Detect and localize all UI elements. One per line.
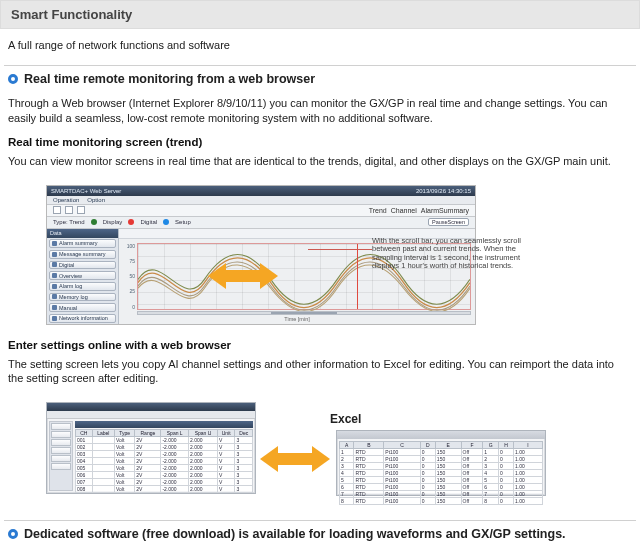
sidebar-item[interactable] xyxy=(51,439,71,446)
toolbar-tab[interactable]: AlarmSummary xyxy=(421,207,469,214)
sidebar-item-icon xyxy=(52,262,57,267)
window-menubar: Operation Option xyxy=(47,196,475,205)
sidebar-item-icon xyxy=(52,252,57,257)
sidebar-item-label: Message summary xyxy=(59,251,105,257)
section2-header: Dedicated software (free download) is av… xyxy=(4,520,636,547)
excel-grid[interactable]: ABCDEFGHI1RTDPt1000150Off101.002RTDPt100… xyxy=(339,441,543,493)
sidebar-item[interactable]: Memory log xyxy=(49,293,116,302)
pause-screen-button[interactable]: PauseScreen xyxy=(428,218,469,226)
sidebar-item[interactable] xyxy=(51,447,71,454)
window-timestamp: 2013/09/26 14:30:15 xyxy=(416,188,471,194)
settings-sidebar xyxy=(49,421,73,491)
sidebar-item[interactable]: Network information xyxy=(49,314,116,323)
window-toolbar2: Type: Trend Display Digital Setup PauseS… xyxy=(47,217,475,229)
sidebar-item-icon xyxy=(52,284,57,289)
section1-sub2-desc: The setting screen lets you copy AI chan… xyxy=(0,353,640,397)
mode-item[interactable]: Digital xyxy=(140,219,157,225)
cursor-line-icon xyxy=(357,244,358,309)
mode-item[interactable]: Display xyxy=(103,219,123,225)
sidebar-item-icon xyxy=(52,294,57,299)
bullet-icon xyxy=(8,74,18,84)
page-banner: Smart Functionality xyxy=(0,0,640,29)
banner-title: Smart Functionality xyxy=(11,7,132,22)
settings-grid-header xyxy=(75,421,253,428)
sidebar-item[interactable] xyxy=(51,463,71,470)
sidebar-item[interactable]: Overview xyxy=(49,271,116,280)
section1-desc: Through a Web browser (Internet Explorer… xyxy=(0,92,640,136)
mode-item[interactable]: Setup xyxy=(175,219,191,225)
window-titlebar: SMARTDAC+ Web Server 2013/09/26 14:30:15 xyxy=(47,186,475,196)
settings-window: CHLabelTypeRangeSpan LSpan UUnitDec001Vo… xyxy=(46,402,256,494)
window-title: SMARTDAC+ Web Server xyxy=(51,188,121,194)
excel-label: Excel xyxy=(330,412,361,426)
window-toolbar: Trend Channel AlarmSummary xyxy=(47,205,475,217)
excel-window: ABCDEFGHI1RTDPt1000150Off101.002RTDPt100… xyxy=(336,430,546,496)
sidebar-item-icon xyxy=(52,241,57,246)
plot-scrollbar[interactable] xyxy=(137,311,471,315)
toolbar-tab[interactable]: Channel xyxy=(391,207,417,214)
window-titlebar xyxy=(337,431,545,439)
sidebar-item[interactable]: Manual xyxy=(49,303,116,312)
sidebar-item-icon xyxy=(52,316,57,321)
settings-grid[interactable]: CHLabelTypeRangeSpan LSpan UUnitDec001Vo… xyxy=(75,429,253,491)
plot-yticks: 1007550250 xyxy=(121,243,135,310)
menu-item[interactable]: Operation xyxy=(53,197,79,203)
sidebar-item-icon xyxy=(52,305,57,310)
type-label: Type: Trend xyxy=(53,219,85,225)
status-dot-icon xyxy=(128,219,134,225)
sidebar-item[interactable]: Digital xyxy=(49,261,116,270)
sidebar-item-label: Alarm summary xyxy=(59,240,98,246)
sidebar-item-label: Alarm log xyxy=(59,283,82,289)
sidebar-item-label: Memory log xyxy=(59,294,88,300)
window-titlebar xyxy=(47,403,255,411)
figure-callout: With the scroll bar, you can seamlessly … xyxy=(372,237,542,272)
toolbar-tab[interactable]: Trend xyxy=(369,207,387,214)
section1-sub1-desc: You can view monitor screens in real tim… xyxy=(0,150,640,179)
plot-xlabel: Time [min] xyxy=(119,316,475,322)
double-arrow-icon xyxy=(208,263,278,289)
status-dot-icon xyxy=(163,219,169,225)
section1-header: Real time remote monitoring from a web b… xyxy=(4,65,636,92)
sidebar-item[interactable]: Message summary xyxy=(49,250,116,259)
figure-settings-wrap: CHLabelTypeRangeSpan LSpan UUnitDec001Vo… xyxy=(0,396,640,520)
section2-title: Dedicated software (free download) is av… xyxy=(24,527,566,541)
section1-sub2-title: Enter settings online with a web browser xyxy=(0,339,640,353)
toolbar-button[interactable] xyxy=(77,206,85,214)
section1-sub1-title: Real time monitoring screen (trend) xyxy=(0,136,640,150)
figure-trend-wrap: SMARTDAC+ Web Server 2013/09/26 14:30:15… xyxy=(0,179,640,339)
sidebar-item-label: Overview xyxy=(59,273,82,279)
sidebar-item-label: Manual xyxy=(59,305,77,311)
toolbar-button[interactable] xyxy=(53,206,61,214)
trend-sidebar: Data Alarm summary Message summary Digit… xyxy=(47,229,119,324)
sidebar-item[interactable] xyxy=(51,455,71,462)
menu-item[interactable]: Option xyxy=(87,197,105,203)
window-toolbar xyxy=(47,411,255,419)
toolbar-button[interactable] xyxy=(65,206,73,214)
sidebar-item-label: Digital xyxy=(59,262,74,268)
status-dot-icon xyxy=(91,219,97,225)
callout-leader-icon xyxy=(308,249,372,250)
sidebar-header: Data xyxy=(47,229,118,239)
double-arrow-icon xyxy=(260,446,330,472)
sidebar-item-icon xyxy=(52,273,57,278)
sidebar-item-label: Network information xyxy=(59,315,108,321)
section1-title: Real time remote monitoring from a web b… xyxy=(24,72,315,86)
sidebar-item[interactable]: Alarm summary xyxy=(49,239,116,248)
sidebar-item[interactable] xyxy=(51,431,71,438)
bullet-icon xyxy=(8,529,18,539)
intro-text: A full range of network functions and so… xyxy=(0,29,640,65)
sidebar-item[interactable] xyxy=(51,423,71,430)
sidebar-item[interactable]: Alarm log xyxy=(49,282,116,291)
